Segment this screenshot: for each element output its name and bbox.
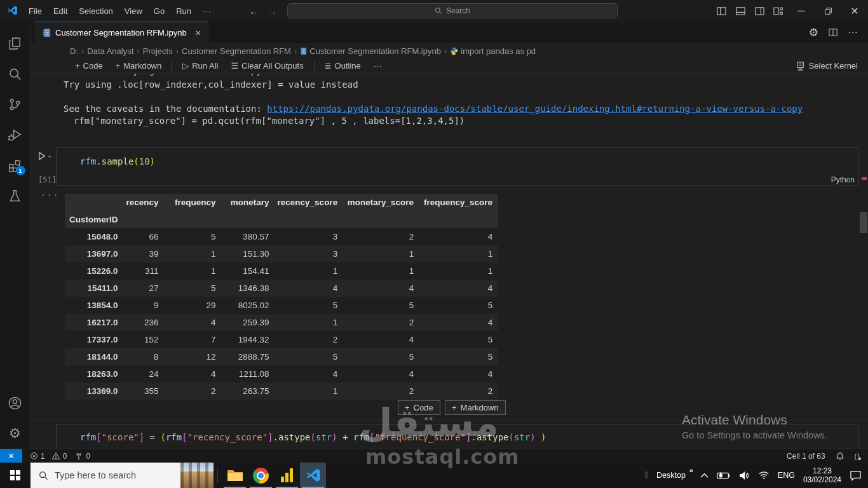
accounts-icon[interactable] bbox=[0, 388, 31, 418]
cell-value: 2 bbox=[343, 314, 419, 331]
explorer-icon[interactable] bbox=[0, 28, 31, 58]
menu-edit[interactable]: Edit bbox=[48, 6, 73, 16]
clock[interactable]: 12:23 03/02/2024 bbox=[803, 466, 841, 484]
editor-actions: ⚙ ··· bbox=[809, 22, 868, 43]
wifi-icon[interactable] bbox=[758, 471, 770, 480]
show-hidden-icons-chevron[interactable] bbox=[700, 473, 709, 478]
battery-icon[interactable] bbox=[717, 471, 731, 480]
clear-outputs-icon: ☰ bbox=[231, 61, 238, 71]
output-collapse-dots[interactable]: ... bbox=[41, 188, 59, 198]
taskbar-search-box[interactable]: Type here to search bbox=[31, 463, 214, 488]
table-row: 13697.0391151.30311 bbox=[65, 245, 498, 262]
cell-value: 1944.32 bbox=[222, 331, 275, 348]
dataframe-output-table: recencyfrequencymonetaryrecency_scoremon… bbox=[65, 194, 498, 400]
add-markdown-cell-button[interactable]: +Markdown bbox=[111, 59, 167, 73]
source-control-icon[interactable] bbox=[0, 89, 31, 119]
powerbi-taskbar-button[interactable] bbox=[274, 463, 300, 488]
menu-go[interactable]: Go bbox=[148, 6, 170, 16]
testing-icon[interactable] bbox=[0, 180, 31, 211]
documentation-link[interactable]: https://pandas.pydata.org/pandas-docs/st… bbox=[267, 104, 803, 114]
language-indicator[interactable]: ENG bbox=[778, 471, 795, 480]
menu-view[interactable]: View bbox=[119, 6, 148, 16]
cell-language-label[interactable]: Python bbox=[831, 175, 855, 184]
desktop-toolbar-label[interactable]: Desktop» bbox=[656, 471, 692, 480]
cell-indicator[interactable]: Cell 1 of 63 bbox=[787, 452, 825, 461]
radio-tower-icon bbox=[74, 452, 83, 460]
search-highlight-image[interactable] bbox=[180, 463, 214, 488]
notifications-bell-icon[interactable] bbox=[836, 452, 844, 461]
back-icon[interactable]: ← bbox=[249, 6, 259, 17]
cell-value: 4 bbox=[275, 365, 344, 383]
run-cell-button[interactable]: ⌄ bbox=[37, 151, 51, 161]
remote-icon bbox=[7, 452, 15, 460]
select-kernel-button[interactable]: Select Kernel bbox=[796, 61, 868, 71]
table-row: 18263.02441211.08444 bbox=[65, 365, 498, 383]
cell-value: 1 bbox=[275, 383, 344, 400]
action-center-icon[interactable] bbox=[850, 470, 862, 481]
toolbar-more-icon[interactable]: ··· bbox=[369, 59, 387, 73]
restore-button[interactable] bbox=[815, 0, 841, 22]
insert-code-cell-button[interactable]: +Code bbox=[398, 400, 440, 415]
chevron-right-icon: › bbox=[81, 46, 84, 56]
toggle-secondary-sidebar-icon[interactable] bbox=[750, 0, 769, 22]
braces-icon[interactable]: ( ) bbox=[855, 452, 859, 460]
notebook-settings-gear-icon[interactable]: ⚙ bbox=[809, 26, 818, 39]
breadcrumb-file[interactable]: Customer Segmentation RFM.ipynb bbox=[300, 46, 441, 56]
remote-indicator-button[interactable] bbox=[0, 449, 22, 463]
editor-scrollbar[interactable] bbox=[860, 212, 867, 233]
close-window-button[interactable]: ✕ bbox=[841, 0, 868, 22]
chrome-taskbar-button[interactable] bbox=[248, 463, 274, 488]
cell-value: 5 bbox=[343, 348, 419, 365]
run-dropdown-caret-icon[interactable]: ⌄ bbox=[48, 151, 51, 158]
ports-indicator[interactable]: 0 bbox=[74, 452, 90, 461]
overview-ruler-error-mark bbox=[862, 177, 867, 180]
breadcrumb-folder[interactable]: Customer Segmentation RFM bbox=[182, 46, 291, 56]
toggle-panel-icon[interactable] bbox=[731, 0, 750, 22]
run-all-button[interactable]: ▷Run All bbox=[177, 59, 223, 73]
tray-separator: ‖ bbox=[644, 470, 648, 480]
cell-value: 5 bbox=[165, 228, 222, 245]
menu-run[interactable]: Run bbox=[170, 6, 197, 16]
command-center-search[interactable]: Search bbox=[287, 3, 618, 18]
breadcrumb-symbol[interactable]: import pandas as pd bbox=[450, 46, 536, 56]
extensions-icon[interactable]: 1 bbox=[0, 150, 31, 180]
split-editor-icon[interactable] bbox=[829, 28, 837, 37]
breadcrumb-folder[interactable]: Projects bbox=[143, 46, 173, 56]
tab-notebook[interactable]: Customer Segmentation RFM.ipynb ✕ bbox=[35, 22, 208, 43]
forward-icon[interactable]: → bbox=[268, 6, 277, 17]
taskbar: Type here to search ‖ Desktop» ENG 12:23… bbox=[0, 463, 868, 488]
run-debug-icon[interactable] bbox=[0, 119, 31, 150]
vscode-taskbar-button[interactable] bbox=[300, 463, 326, 488]
menu-more-icon[interactable]: ··· bbox=[197, 6, 217, 16]
code-line: rfm.sample(10) bbox=[80, 156, 155, 166]
code-cell[interactable]: rfm.sample(10) bbox=[56, 147, 858, 186]
search-sidebar-icon[interactable] bbox=[0, 58, 31, 89]
toggle-sidebar-icon[interactable] bbox=[712, 0, 731, 22]
cell-value: 27 bbox=[124, 280, 165, 297]
settings-gear-icon[interactable]: ⚙ bbox=[0, 418, 31, 449]
start-button[interactable] bbox=[0, 463, 31, 488]
search-icon bbox=[39, 471, 48, 480]
menu-file[interactable]: File bbox=[23, 6, 48, 16]
menu-bar: File Edit Selection View Go Run ··· bbox=[23, 6, 217, 16]
tab-close-icon[interactable]: ✕ bbox=[195, 29, 201, 37]
row-index: 18144.0 bbox=[65, 348, 124, 365]
breadcrumb-folder[interactable]: Data Analyst bbox=[87, 46, 133, 56]
row-index: 17337.0 bbox=[65, 331, 124, 348]
file-explorer-taskbar-button[interactable] bbox=[222, 463, 248, 488]
menu-selection[interactable]: Selection bbox=[73, 6, 118, 16]
cell-value: 355 bbox=[124, 383, 165, 400]
minimize-button[interactable]: ─ bbox=[788, 0, 815, 22]
table-row: 13854.09298025.02555 bbox=[65, 297, 498, 314]
outline-button[interactable]: ≣Outline bbox=[320, 59, 366, 73]
breadcrumb-drive[interactable]: D: bbox=[70, 46, 78, 56]
speaker-icon[interactable] bbox=[739, 471, 750, 480]
editor-more-actions-icon[interactable]: ··· bbox=[848, 27, 858, 38]
window-controls: ─ ✕ bbox=[712, 0, 868, 22]
problems-indicator[interactable]: 1 0 bbox=[30, 452, 67, 461]
clear-all-outputs-button[interactable]: ☰Clear All Outputs bbox=[226, 59, 308, 73]
insert-markdown-cell-button[interactable]: +Markdown bbox=[445, 400, 506, 415]
add-code-cell-button[interactable]: +Code bbox=[70, 59, 108, 73]
toolbar-overflow-chevrons: » bbox=[689, 466, 693, 474]
customize-layout-icon[interactable] bbox=[769, 0, 788, 22]
